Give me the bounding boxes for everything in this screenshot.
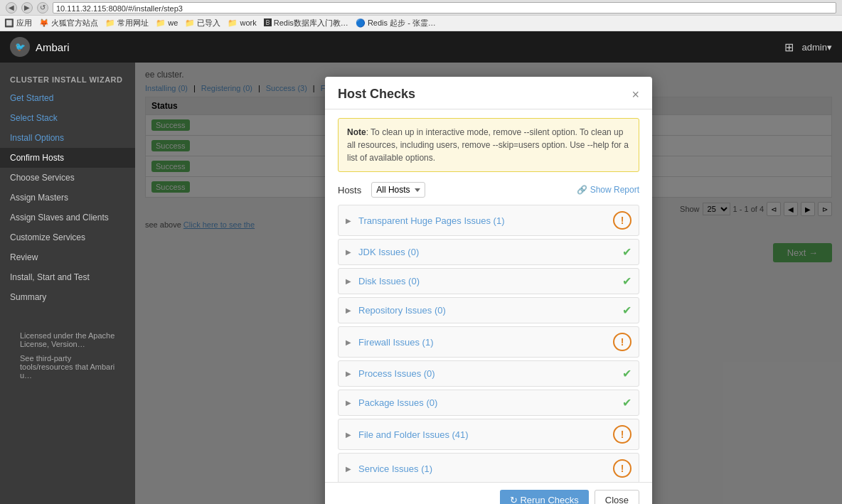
check-label: Disk Issues (0) — [358, 276, 420, 286]
modal-title: Host Checks — [338, 87, 415, 102]
bookmark-work[interactable]: 📁 work — [228, 18, 256, 28]
chevron-icon: ▶ — [346, 248, 353, 256]
check-item-header[interactable]: ▶ Service Issues (1) ! — [339, 454, 639, 482]
chevron-icon: ▶ — [346, 465, 353, 473]
check-label: Process Issues (0) — [358, 368, 435, 379]
check-item-file-folder: ▶ File and Folder Issues (41) ! — [338, 419, 639, 450]
ok-icon: ✔ — [622, 304, 632, 317]
bookmark-import[interactable]: 📁 已导入 — [185, 18, 220, 28]
warn-icon: ! — [613, 211, 632, 230]
hosts-row: Hosts All Hosts 🔗 Show Report — [338, 182, 639, 198]
license-line2: See third-party tools/resources that Amb… — [10, 351, 125, 382]
sidebar-item-assign-masters[interactable]: Assign Masters — [0, 188, 135, 208]
show-report-link[interactable]: 🔗 Show Report — [577, 185, 639, 195]
bookmark-we[interactable]: 📁 we — [156, 18, 178, 28]
sidebar-item-customize-services[interactable]: Customize Services — [0, 227, 135, 247]
bookmark-common[interactable]: 📁 常用网址 — [105, 18, 149, 28]
app-logo: 🐦 Ambari — [10, 37, 70, 57]
check-label: JDK Issues (0) — [358, 247, 419, 257]
check-label: Service Issues (1) — [358, 463, 432, 474]
check-item-process: ▶ Process Issues (0) ✔ — [338, 360, 639, 387]
check-item-thp: ▶ Transparent Huge Pages Issues (1) ! — [338, 205, 639, 236]
back-button[interactable]: ◀ — [6, 2, 17, 14]
external-link-icon: 🔗 — [577, 185, 587, 195]
logo-icon: 🐦 — [10, 37, 30, 57]
grid-icon[interactable]: ⊞ — [784, 41, 794, 54]
check-item-header[interactable]: ▶ JDK Issues (0) ✔ — [339, 240, 639, 264]
sidebar-item-confirm-hosts[interactable]: Confirm Hosts — [0, 148, 135, 168]
app-header: 🐦 Ambari ⊞ admin▾ — [0, 31, 842, 63]
ok-icon: ✔ — [622, 245, 632, 259]
check-item-header[interactable]: ▶ Transparent Huge Pages Issues (1) ! — [339, 205, 639, 235]
hosts-label: Hosts — [338, 185, 361, 195]
license-line1: Licensed under the Apache License, Versi… — [10, 328, 125, 351]
header-right: ⊞ admin▾ — [784, 41, 832, 54]
modal-footer: ↻ Rerun Checks Close — [325, 482, 652, 504]
sidebar-title: CLUSTER INSTALL WIZARD — [0, 70, 135, 88]
bookmark-firefox[interactable]: 🦊 火狐官方站点 — [39, 18, 98, 28]
close-button[interactable]: Close — [595, 490, 639, 504]
check-item-header[interactable]: ▶ Process Issues (0) ✔ — [339, 361, 639, 386]
chevron-icon: ▶ — [346, 431, 353, 439]
reload-button[interactable]: ↺ — [37, 2, 48, 14]
note-text: : To clean up in interactive mode, remov… — [347, 127, 629, 163]
chevron-icon: ▶ — [346, 217, 353, 225]
bookmark-apps[interactable]: 🔲 应用 — [4, 18, 32, 28]
check-item-header[interactable]: ▶ Package Issues (0) ✔ — [339, 390, 639, 415]
check-item-firewall: ▶ Firewall Issues (1) ! — [338, 326, 639, 358]
ok-icon: ✔ — [622, 367, 632, 380]
warn-icon: ! — [613, 333, 632, 351]
ok-icon: ✔ — [622, 274, 632, 288]
sidebar-item-assign-slaves[interactable]: Assign Slaves and Clients — [0, 208, 135, 227]
bookmarks-bar: 🔲 应用 🦊 火狐官方站点 📁 常用网址 📁 we 📁 已导入 📁 work 🅱… — [0, 16, 842, 31]
check-item-service: ▶ Service Issues (1) ! — [338, 453, 639, 482]
modal-overlay: Host Checks × Note: To clean up in inter… — [135, 63, 842, 504]
check-item-package: ▶ Package Issues (0) ✔ — [338, 390, 639, 416]
warn-icon: ! — [613, 459, 632, 478]
check-item-header[interactable]: ▶ Repository Issues (0) ✔ — [339, 298, 639, 323]
sidebar: CLUSTER INSTALL WIZARD Get Started Selec… — [0, 63, 135, 504]
host-checks-modal: Host Checks × Note: To clean up in inter… — [325, 77, 652, 504]
modal-header: Host Checks × — [325, 77, 652, 109]
check-item-disk: ▶ Disk Issues (0) ✔ — [338, 268, 639, 294]
ok-icon: ✔ — [622, 396, 632, 409]
bookmark-redis2[interactable]: 🔵 Redis 起步 - 张霊… — [356, 18, 436, 28]
check-label: Transparent Huge Pages Issues (1) — [358, 215, 504, 226]
modal-body: Note: To clean up in interactive mode, r… — [325, 109, 652, 482]
sidebar-item-review[interactable]: Review — [0, 247, 135, 267]
chevron-icon: ▶ — [346, 338, 353, 346]
check-label: Repository Issues (0) — [358, 305, 446, 316]
chevron-icon: ▶ — [346, 306, 353, 314]
content-area: ee cluster. Installing (0) | Registering… — [135, 63, 842, 504]
note-box: Note: To clean up in interactive mode, r… — [338, 118, 639, 172]
check-item-jdk: ▶ JDK Issues (0) ✔ — [338, 239, 639, 265]
hosts-select[interactable]: All Hosts — [371, 182, 425, 198]
modal-close-button[interactable]: × — [632, 88, 639, 101]
main-layout: CLUSTER INSTALL WIZARD Get Started Selec… — [0, 63, 842, 504]
check-item-header[interactable]: ▶ Disk Issues (0) ✔ — [339, 269, 639, 294]
chevron-icon: ▶ — [346, 277, 353, 285]
check-item-header[interactable]: ▶ Firewall Issues (1) ! — [339, 327, 639, 357]
browser-bar: ◀ ▶ ↺ 10.111.32.115:8080/#/installer/ste… — [0, 0, 842, 16]
warn-icon: ! — [613, 425, 632, 444]
sidebar-item-get-started[interactable]: Get Started — [0, 88, 135, 108]
address-bar[interactable]: 10.111.32.115:8080/#/installer/step3 — [53, 2, 836, 14]
check-label: File and Folder Issues (41) — [358, 429, 469, 440]
checks-list: ▶ Transparent Huge Pages Issues (1) ! ▶ — [338, 205, 639, 482]
check-item-repository: ▶ Repository Issues (0) ✔ — [338, 297, 639, 323]
check-label: Firewall Issues (1) — [358, 337, 433, 348]
note-label: Note — [347, 127, 366, 137]
chevron-icon: ▶ — [346, 370, 353, 377]
check-item-header[interactable]: ▶ File and Folder Issues (41) ! — [339, 419, 639, 449]
check-label: Package Issues (0) — [358, 397, 437, 408]
sidebar-item-install-start[interactable]: Install, Start and Test — [0, 267, 135, 287]
bookmark-redis1[interactable]: 🅱 Redis数据库入门教… — [264, 18, 348, 28]
sidebar-item-summary[interactable]: Summary — [0, 287, 135, 307]
sidebar-item-select-stack[interactable]: Select Stack — [0, 108, 135, 128]
app-name: Ambari — [36, 41, 70, 53]
forward-button[interactable]: ▶ — [21, 2, 33, 14]
sidebar-item-install-options[interactable]: Install Options — [0, 128, 135, 148]
rerun-checks-button[interactable]: ↻ Rerun Checks — [500, 490, 589, 504]
admin-menu[interactable]: admin▾ — [802, 42, 832, 53]
sidebar-item-choose-services[interactable]: Choose Services — [0, 168, 135, 188]
